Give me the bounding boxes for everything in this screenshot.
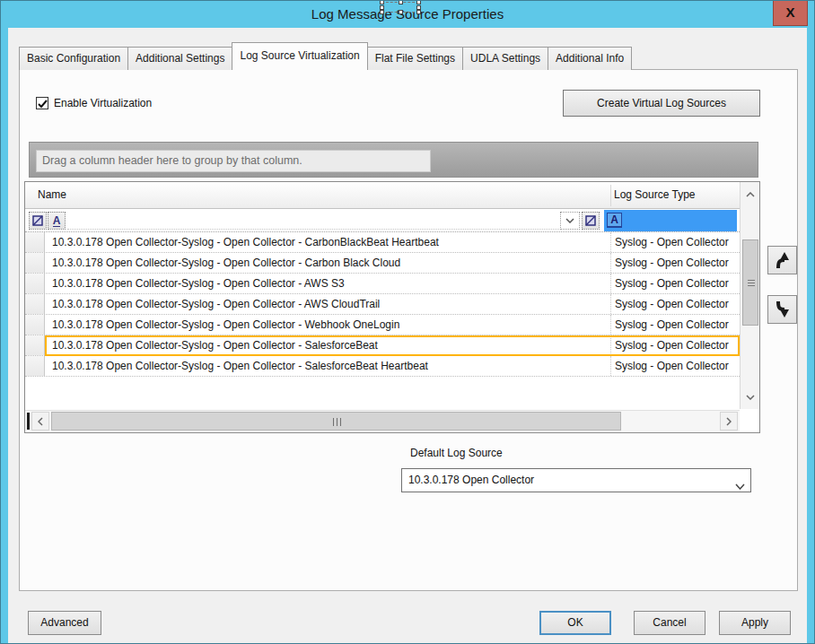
letter-a-icon: A	[53, 215, 61, 227]
row-name-cell: 10.3.0.178 Open Collector-Syslog - Open …	[52, 253, 609, 273]
scroll-right-button[interactable]	[720, 412, 738, 431]
cancel-button[interactable]: Cancel	[634, 611, 705, 635]
row-type-cell: Syslog - Open Collector	[610, 232, 740, 252]
apply-button[interactable]: Apply	[719, 611, 791, 635]
name-filter-case-button[interactable]: A	[48, 212, 66, 230]
thumb-grip-icon	[748, 280, 755, 287]
tab-additional-info[interactable]: Additional Info	[548, 47, 632, 70]
chevron-down-icon	[735, 477, 745, 493]
grid-resize-grip[interactable]	[27, 413, 30, 430]
row-indicator[interactable]	[25, 274, 45, 293]
move-down-button[interactable]	[767, 295, 797, 324]
tab-bar: Basic Configuration Additional Settings …	[19, 42, 631, 70]
row-type-cell: Syslog - Open Collector	[610, 356, 740, 376]
row-name-cell: 10.3.0.178 Open Collector-Syslog - Open …	[52, 315, 609, 335]
name-filter-input[interactable]	[67, 212, 559, 230]
enable-virtualization-row: Enable Virtualization	[36, 95, 152, 111]
name-filter-condition-button[interactable]	[29, 212, 47, 230]
row-name-cell: 10.3.0.178 Open Collector-Syslog - Open …	[52, 335, 609, 355]
chevron-up-icon	[746, 192, 755, 197]
chevron-right-icon	[726, 417, 732, 426]
group-by-hint: Drag a column header here to group by th…	[36, 150, 431, 172]
row-indicator[interactable]	[25, 253, 45, 273]
row-name-cell: 10.3.0.178 Open Collector-Syslog - Open …	[52, 274, 609, 293]
dialog-log-message-source-properties: Log Message Source Properties X Basic Co…	[0, 0, 815, 644]
group-by-panel[interactable]: Drag a column header here to group by th…	[29, 142, 758, 178]
row-indicator[interactable]	[25, 315, 45, 335]
table-row[interactable]: 10.3.0.178 Open Collector-Syslog - Open …	[25, 335, 740, 356]
scroll-left-button[interactable]	[31, 412, 49, 431]
name-filter-dropdown-button[interactable]	[560, 212, 580, 230]
row-type-cell: Syslog - Open Collector	[610, 315, 740, 335]
row-indicator[interactable]	[25, 232, 45, 252]
chevron-down-icon	[565, 218, 574, 223]
table-row[interactable]: 10.3.0.178 Open Collector-Syslog - Open …	[25, 315, 740, 335]
grid-header-row: Name Log Source Type	[25, 182, 759, 209]
horizontal-scrollbar[interactable]	[25, 410, 740, 431]
selection-handles-artifact	[381, 2, 419, 13]
letter-a-icon: A	[607, 213, 622, 228]
vertical-scrollbar[interactable]	[740, 182, 759, 409]
default-log-source-value: 10.3.0.178 Open Collector	[408, 469, 534, 492]
row-type-cell: Syslog - Open Collector	[610, 335, 740, 355]
create-virtual-log-sources-button[interactable]: Create Virtual Log Sources	[563, 90, 760, 117]
row-type-cell: Syslog - Open Collector	[610, 294, 740, 314]
table-row[interactable]: 10.3.0.178 Open Collector-Syslog - Open …	[25, 294, 740, 315]
column-header-log-source-type[interactable]: Log Source Type	[614, 182, 696, 208]
close-button[interactable]: X	[773, 1, 808, 26]
row-name-cell: 10.3.0.178 Open Collector-Syslog - Open …	[52, 294, 609, 314]
scroll-up-button[interactable]	[741, 184, 759, 205]
row-indicator[interactable]	[25, 335, 45, 355]
filter-slash-icon	[585, 215, 596, 226]
table-row[interactable]: 10.3.0.178 Open Collector-Syslog - Open …	[25, 253, 740, 274]
row-indicator[interactable]	[25, 356, 45, 376]
row-type-cell: Syslog - Open Collector	[610, 274, 740, 293]
grid-filter-row: A A	[25, 209, 759, 232]
row-name-cell: 10.3.0.178 Open Collector-Syslog - Open …	[52, 356, 609, 376]
tab-panel-log-source-virtualization: Enable Virtualization Create Virtual Log…	[19, 69, 798, 591]
table-row[interactable]: 10.3.0.178 Open Collector-Syslog - Open …	[25, 232, 740, 253]
scroll-down-button[interactable]	[741, 387, 759, 407]
advanced-button[interactable]: Advanced	[28, 611, 101, 635]
ok-button[interactable]: OK	[539, 611, 611, 635]
table-row[interactable]: 10.3.0.178 Open Collector-Syslog - Open …	[25, 356, 740, 377]
chevron-left-icon	[38, 417, 43, 426]
titlebar[interactable]: Log Message Source Properties X	[1, 1, 814, 28]
vertical-scroll-thumb[interactable]	[742, 239, 758, 326]
row-type-cell: Syslog - Open Collector	[610, 253, 740, 273]
horizontal-scroll-thumb[interactable]	[51, 412, 621, 431]
curved-arrow-up-icon	[773, 250, 793, 270]
tab-udla-settings[interactable]: UDLA Settings	[462, 47, 548, 70]
tab-additional-settings[interactable]: Additional Settings	[127, 47, 232, 70]
row-indicator[interactable]	[25, 294, 45, 314]
move-up-button[interactable]	[767, 246, 797, 274]
filter-slash-icon	[32, 215, 43, 226]
enable-virtualization-label: Enable Virtualization	[54, 97, 152, 109]
default-log-source-combobox[interactable]: 10.3.0.178 Open Collector	[401, 468, 751, 492]
dialog-client-area: Basic Configuration Additional Settings …	[8, 28, 807, 643]
thumb-grip-icon	[333, 418, 341, 426]
grid-rows: 10.3.0.178 Open Collector-Syslog - Open …	[25, 232, 740, 377]
row-name-cell: 10.3.0.178 Open Collector-Syslog - Open …	[52, 232, 609, 252]
log-sources-grid: Name Log Source Type A	[24, 181, 760, 433]
enable-virtualization-checkbox[interactable]	[36, 97, 48, 109]
column-header-name[interactable]: Name	[38, 182, 66, 208]
default-log-source-label: Default Log Source	[410, 447, 503, 459]
type-filter-input-active[interactable]: A	[604, 210, 737, 231]
curved-arrow-down-icon	[773, 300, 793, 319]
chevron-down-icon	[746, 395, 755, 400]
tab-log-source-virtualization[interactable]: Log Source Virtualization	[232, 42, 367, 70]
type-filter-condition-button[interactable]	[582, 212, 600, 230]
table-row[interactable]: 10.3.0.178 Open Collector-Syslog - Open …	[25, 274, 740, 294]
tab-flat-file-settings[interactable]: Flat File Settings	[367, 47, 463, 70]
checkmark-icon	[37, 98, 49, 110]
tab-basic-configuration[interactable]: Basic Configuration	[19, 47, 128, 70]
column-divider[interactable]	[610, 185, 611, 206]
